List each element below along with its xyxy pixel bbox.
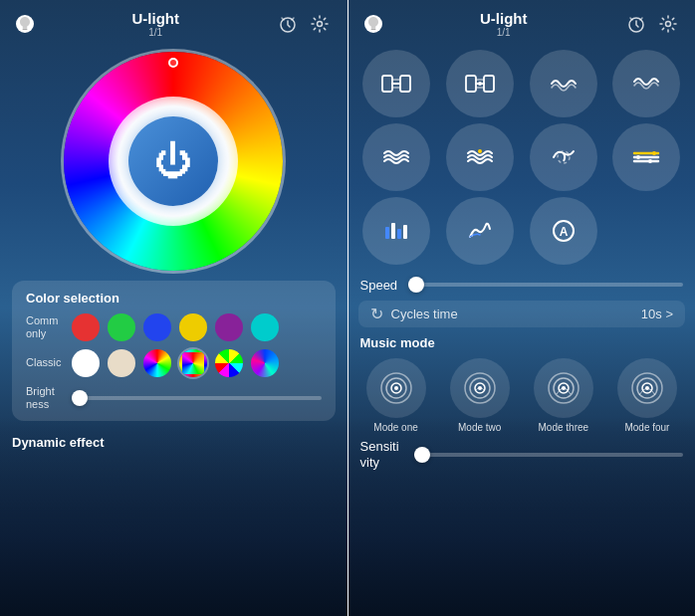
color-selection-panel: Color selection Comm only Classic bbox=[12, 281, 336, 421]
music-mode-3[interactable]: Mode three bbox=[534, 358, 593, 433]
brightness-label: Bright ness bbox=[26, 385, 72, 411]
music-btn-1[interactable] bbox=[366, 358, 426, 418]
color-wheel-container: ⏻ bbox=[0, 44, 348, 275]
svg-rect-0 bbox=[23, 29, 28, 31]
speed-slider[interactable] bbox=[408, 275, 684, 295]
color-wheel[interactable]: ⏻ bbox=[64, 52, 283, 271]
alarm-icon[interactable] bbox=[277, 13, 299, 35]
color-green[interactable] bbox=[108, 313, 135, 341]
dynamic-effect-label: Dynamic effect bbox=[0, 427, 348, 454]
left-top-bar: U-light 1/1 bbox=[0, 0, 348, 44]
music-label-4: Mode four bbox=[624, 422, 669, 433]
left-app-title: U-light bbox=[132, 10, 179, 27]
brightness-track bbox=[72, 396, 322, 400]
color-wheel-inner: ⏻ bbox=[109, 97, 238, 226]
classic-warm[interactable] bbox=[108, 349, 135, 377]
mode-btn-12[interactable] bbox=[612, 197, 680, 265]
power-icon: ⏻ bbox=[154, 142, 192, 180]
brightness-slider[interactable] bbox=[72, 388, 322, 408]
mode-btn-10[interactable] bbox=[446, 197, 514, 265]
color-purple[interactable] bbox=[215, 313, 243, 341]
svg-point-10 bbox=[478, 82, 482, 86]
color-yellow[interactable] bbox=[179, 313, 207, 341]
left-panel: U-light 1/1 bbox=[0, 0, 348, 616]
music-label-3: Mode three bbox=[539, 422, 589, 433]
cycles-icon: ↻ bbox=[370, 305, 383, 323]
svg-rect-20 bbox=[391, 223, 395, 239]
music-mode-4[interactable]: Mode four bbox=[617, 358, 677, 433]
right-top-icons bbox=[625, 13, 679, 35]
svg-text:A: A bbox=[559, 225, 568, 239]
mode-btn-9[interactable] bbox=[362, 197, 430, 265]
svg-rect-6 bbox=[382, 76, 392, 92]
right-top-bar: U-light 1/1 bbox=[348, 0, 696, 44]
music-label-2: Mode two bbox=[458, 422, 501, 433]
wheel-dot bbox=[168, 58, 178, 68]
sensitivity-row: Sensiti vity bbox=[348, 435, 696, 474]
sensitivity-slider[interactable] bbox=[414, 445, 684, 465]
mode-grid: A bbox=[348, 44, 696, 271]
mode-btn-6[interactable] bbox=[446, 123, 514, 191]
sensitivity-track bbox=[414, 453, 684, 457]
music-btn-2[interactable] bbox=[450, 358, 510, 418]
brightness-row: Bright ness bbox=[26, 385, 322, 411]
mode-btn-1[interactable] bbox=[362, 50, 430, 117]
right-app-subtitle: 1/1 bbox=[480, 27, 527, 38]
color-red[interactable] bbox=[72, 313, 100, 341]
mode-btn-8[interactable] bbox=[612, 123, 680, 191]
classic-label: Classic bbox=[26, 356, 72, 369]
color-blue[interactable] bbox=[143, 313, 171, 341]
music-mode-grid: Mode one Mode two bbox=[348, 354, 696, 435]
svg-rect-21 bbox=[397, 229, 401, 239]
mode-btn-7[interactable] bbox=[530, 123, 597, 191]
mode-btn-3[interactable] bbox=[530, 50, 597, 117]
bulb-icon bbox=[16, 15, 34, 33]
classic-white[interactable] bbox=[72, 349, 100, 377]
music-mode-2[interactable]: Mode two bbox=[450, 358, 510, 433]
mode-btn-2[interactable] bbox=[446, 50, 514, 117]
classic-multi[interactable] bbox=[215, 349, 243, 377]
cycles-label: Cycles time bbox=[391, 307, 633, 321]
speed-label: Speed bbox=[360, 278, 400, 293]
right-alarm-icon[interactable] bbox=[625, 13, 647, 35]
svg-rect-22 bbox=[403, 225, 407, 239]
svg-rect-9 bbox=[484, 76, 494, 92]
left-title-group: U-light 1/1 bbox=[132, 10, 179, 38]
commonly-colors bbox=[72, 313, 279, 341]
speed-track bbox=[408, 283, 684, 287]
mode-btn-11[interactable]: A bbox=[530, 197, 597, 265]
music-btn-3[interactable] bbox=[534, 358, 593, 418]
color-cyan[interactable] bbox=[251, 313, 279, 341]
right-settings-icon[interactable] bbox=[657, 13, 679, 35]
power-button[interactable]: ⏻ bbox=[128, 116, 218, 206]
settings-icon[interactable] bbox=[309, 13, 331, 35]
cycles-row[interactable]: ↻ Cycles time 10s > bbox=[358, 301, 686, 327]
right-title-group: U-light 1/1 bbox=[480, 10, 527, 38]
commonly-row: Comm only bbox=[26, 313, 322, 341]
svg-point-17 bbox=[636, 155, 640, 159]
brightness-thumb[interactable] bbox=[72, 390, 88, 406]
classic-colors bbox=[72, 349, 279, 377]
mode-btn-4[interactable] bbox=[612, 50, 680, 117]
music-mode-title: Music mode bbox=[348, 329, 696, 354]
svg-point-11 bbox=[478, 149, 482, 153]
classic-rainbow1[interactable] bbox=[143, 349, 171, 377]
right-panel: U-light 1/1 bbox=[348, 0, 696, 616]
right-bulb-icon bbox=[364, 15, 382, 33]
music-mode-1[interactable]: Mode one bbox=[366, 358, 426, 433]
svg-rect-8 bbox=[466, 76, 476, 92]
speed-thumb[interactable] bbox=[408, 277, 424, 293]
color-selection-title: Color selection bbox=[26, 291, 322, 306]
svg-point-5 bbox=[665, 22, 670, 27]
svg-point-28 bbox=[394, 386, 398, 390]
mode-btn-5[interactable] bbox=[362, 123, 430, 191]
svg-point-16 bbox=[652, 151, 656, 155]
classic-rainbow2[interactable] bbox=[179, 349, 207, 377]
sensitivity-thumb[interactable] bbox=[414, 447, 430, 463]
music-label-1: Mode one bbox=[373, 422, 417, 433]
classic-blue-tones[interactable] bbox=[251, 349, 279, 377]
music-btn-4[interactable] bbox=[617, 358, 677, 418]
svg-rect-19 bbox=[385, 227, 389, 239]
svg-point-18 bbox=[648, 159, 652, 163]
sensitivity-label: Sensiti vity bbox=[360, 439, 406, 470]
